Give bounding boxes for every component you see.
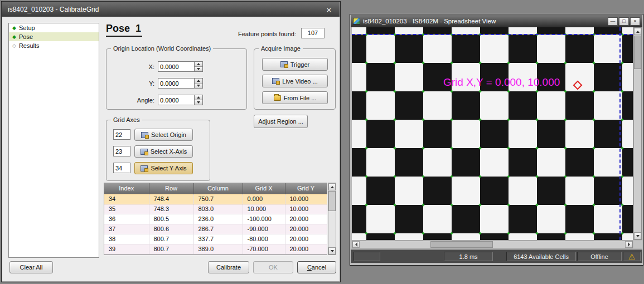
calibrate-button[interactable]: Calibrate <box>208 261 249 273</box>
sidebar-item-label: Setup <box>19 25 35 31</box>
scroll-down-button[interactable] <box>328 247 336 254</box>
arrow-up-icon <box>197 80 200 82</box>
table-row[interactable]: 38 800.7 337.7 -80.000 20.000 <box>104 234 327 244</box>
sidebar-item-setup[interactable]: ◆ Setup <box>9 23 99 32</box>
status-bar: 1.8 ms 6143 Available Cells Offline ⚠ <box>351 249 642 263</box>
calibration-image-viewport[interactable]: Grid X,Y = 0.000, 10.000 <box>352 27 633 240</box>
available-cells-status: 6143 Available Cells <box>506 252 576 261</box>
diamond-bullet-icon: ◆ <box>12 35 16 40</box>
angle-input[interactable] <box>158 95 195 105</box>
table-row[interactable]: 34 748.4 750.7 0.000 10.000 <box>104 194 327 204</box>
maximize-icon[interactable]: □ <box>619 17 629 26</box>
origin-location-group: Origin Location (World Coordinates) X: Y… <box>106 48 247 110</box>
group-title: Origin Location (World Coordinates) <box>111 45 213 52</box>
grid-x-axis-dashed-line <box>352 34 633 35</box>
arrow-down-icon <box>197 101 200 104</box>
cancel-button[interactable]: Cancel <box>297 261 336 273</box>
sidebar-item-results[interactable]: ◇ Results <box>9 41 99 50</box>
scroll-left-button[interactable] <box>352 241 360 248</box>
grid-axes-group: Grid Axes Select Origin Select X-Axis Se… <box>106 120 210 181</box>
calibrate-grid-window: is8402_010203 - CalibrateGrid × ◆ Setup … <box>1 1 341 282</box>
adjust-region-button[interactable]: Adjust Region ... <box>254 115 308 128</box>
trigger-icon <box>280 61 288 67</box>
diamond-bullet-icon: ◆ <box>12 26 16 31</box>
spreadsheet-view-window: is8402_010203 - IS8402M - Spreadsheet Vi… <box>350 14 643 266</box>
acquisition-time-status: 1.8 ms <box>444 252 493 261</box>
arrow-right-icon <box>628 242 630 247</box>
spin-up-button[interactable] <box>195 79 202 84</box>
minimize-icon[interactable]: — <box>608 17 618 26</box>
angle-spinner <box>195 95 203 105</box>
app-icon <box>353 18 360 25</box>
y-input[interactable] <box>158 78 195 89</box>
y-label: Y: <box>118 80 154 87</box>
arrow-left-icon <box>355 242 357 247</box>
horizontal-scrollbar[interactable] <box>352 241 633 248</box>
sidebar-item-pose[interactable]: ◆ Pose <box>9 32 99 41</box>
feature-point-table: Index Row Column Grid X Grid Y 34 748.4 … <box>104 183 327 255</box>
clear-all-button[interactable]: Clear All <box>9 261 53 273</box>
feature-points-value: 107 <box>301 28 325 38</box>
spin-up-button[interactable] <box>195 95 202 100</box>
spin-up-button[interactable] <box>195 62 202 67</box>
column-header[interactable]: Grid Y <box>285 183 327 194</box>
table-row[interactable]: 36 800.5 236.0 -100.000 20.000 <box>104 214 327 224</box>
step-list: ◆ Setup ◆ Pose ◇ Results <box>8 23 99 258</box>
scrollbar-thumb[interactable] <box>328 191 336 211</box>
column-header[interactable]: Row <box>149 183 193 194</box>
x-label: X: <box>118 63 154 70</box>
scroll-down-button[interactable] <box>634 232 641 239</box>
window-title: is8402_010203 - CalibrateGrid <box>8 6 99 13</box>
angle-label: Angle: <box>118 97 154 104</box>
x-input[interactable] <box>158 61 195 72</box>
table-scrollbar[interactable] <box>328 183 336 255</box>
calibrate-grid-titlebar[interactable]: is8402_010203 - CalibrateGrid × <box>2 2 340 17</box>
live-video-button[interactable]: Live Video ... <box>262 75 328 87</box>
sidebar-item-label: Pose <box>19 33 33 40</box>
feature-points-label: Feature points found: <box>238 31 296 37</box>
table-row[interactable]: 37 800.6 286.7 -90.000 20.000 <box>104 224 327 234</box>
arrow-down-icon <box>331 250 334 252</box>
scrollbar-corner <box>633 241 642 248</box>
connection-status: Offline <box>577 252 622 261</box>
select-origin-button[interactable]: Select Origin <box>134 129 193 141</box>
y-axis-cell-input[interactable] <box>113 163 130 173</box>
arrow-up-icon <box>636 31 640 33</box>
scroll-up-button[interactable] <box>328 183 336 190</box>
table-row[interactable]: 39 800.7 389.0 -70.000 20.000 <box>104 244 327 254</box>
ok-button[interactable]: OK <box>253 261 293 273</box>
spin-down-button[interactable] <box>195 100 202 105</box>
scrollbar-thumb[interactable] <box>634 36 641 69</box>
column-header[interactable]: Grid X <box>243 183 285 194</box>
close-icon[interactable]: × <box>630 17 640 26</box>
arrow-down-icon <box>197 85 200 87</box>
from-file-button[interactable]: From File ... <box>262 91 328 104</box>
warning-segment[interactable]: ⚠ <box>623 252 641 261</box>
status-empty-segment <box>354 252 380 261</box>
select-y-axis-button[interactable]: Select Y-Axis <box>134 162 193 174</box>
origin-cell-input[interactable] <box>113 129 130 140</box>
spin-down-button[interactable] <box>195 67 202 72</box>
select-x-axis-button[interactable]: Select X-Axis <box>134 145 193 158</box>
window-title: is8402_010203 - IS8402M - Spreadsheet Vi… <box>363 18 496 25</box>
scroll-up-button[interactable] <box>634 28 641 35</box>
close-icon[interactable]: × <box>324 5 334 14</box>
group-title: Acquire Image <box>259 45 303 52</box>
arrow-up-icon <box>331 186 334 188</box>
table-row[interactable]: 35 748.3 803.0 10.000 10.000 <box>104 204 327 214</box>
column-header[interactable]: Index <box>104 183 149 194</box>
spin-down-button[interactable] <box>195 84 202 89</box>
spreadsheet-titlebar[interactable]: is8402_010203 - IS8402M - Spreadsheet Vi… <box>351 15 642 27</box>
x-axis-cell-input[interactable] <box>113 146 130 156</box>
scrollbar-thumb[interactable] <box>430 241 493 248</box>
from-file-folder-icon <box>274 95 281 101</box>
arrow-up-icon <box>197 63 200 65</box>
vertical-scrollbar[interactable] <box>633 27 642 240</box>
sidebar-item-label: Results <box>19 42 40 49</box>
scroll-right-button[interactable] <box>625 241 632 248</box>
diamond-bullet-icon: ◇ <box>12 43 16 48</box>
page-title: Pose 1 <box>106 23 142 37</box>
column-header[interactable]: Column <box>193 183 243 194</box>
trigger-button[interactable]: Trigger <box>262 58 328 71</box>
grid-y-axis-dashed-line <box>619 27 621 240</box>
